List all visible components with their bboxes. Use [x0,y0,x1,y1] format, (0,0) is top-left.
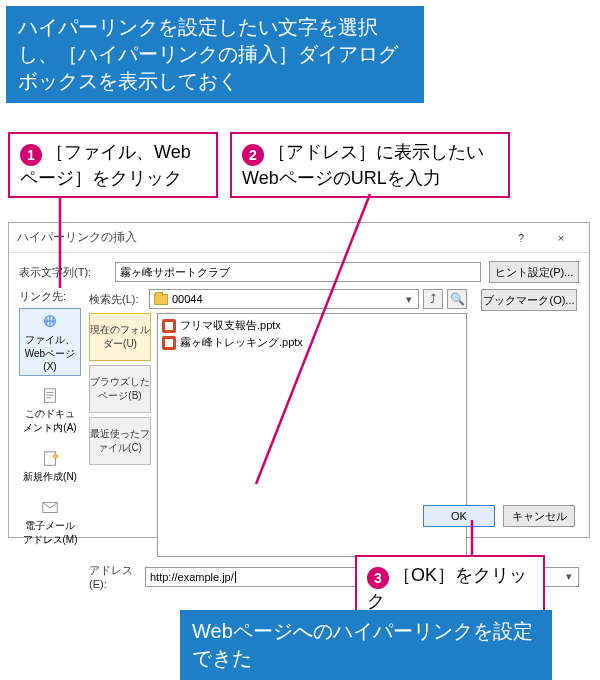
email-icon [39,499,61,517]
caret [235,571,236,583]
up-icon: ⤴ [430,292,436,306]
link-to-label: リンク先: [19,289,83,304]
linkto-file-web[interactable]: ファイル、Webページ(X) [19,308,81,376]
callout-3-text: ［OK］をクリック [367,565,527,611]
hint-setting-button[interactable]: ヒント設定(P)... [489,261,579,283]
bookmark-button[interactable]: ブックマーク(O)... [481,289,577,311]
search-icon: 🔍 [450,292,465,306]
up-folder-button[interactable]: ⤴ [423,289,443,309]
ok-label: OK [451,510,467,522]
folder-icon [154,294,168,305]
list-item[interactable]: フリマ収支報告.pptx [162,318,462,333]
address-label: アドレス(E): [89,563,145,590]
tab-current-folder[interactable]: 現在のフォルダー(U) [89,313,151,361]
address-value: http://example.jp/ [150,571,234,583]
hyperlink-dialog: ハイパーリンクの挿入 ? × 表示文字列(T): ヒント設定(P)... リンク… [8,222,590,538]
tab-current-folder-label: 現在のフォルダー(U) [90,323,150,351]
bookmark-label: ブックマーク(O)... [483,293,574,308]
search-combo[interactable]: 00044 ▾ [149,289,419,309]
callout-1-text: ［ファイル、Webページ］をクリック [20,142,191,188]
chevron-down-icon: ▾ [562,570,576,584]
tab-recent-files-label: 最近使ったファイル(C) [90,427,150,455]
tab-browsed-pages[interactable]: ブラウズしたページ(B) [89,365,151,413]
help-icon: ? [518,232,524,244]
linkto-new-doc-label: 新規作成(N) [23,471,77,482]
dialog-title: ハイパーリンクの挿入 [17,229,501,246]
new-doc-icon [39,450,61,468]
linkto-new-doc[interactable]: 新規作成(N) [19,445,81,488]
intro-callout: ハイパーリンクを設定したい文字を選択し、［ハイパーリンクの挿入］ダイアログボック… [6,6,424,103]
badge-3: 3 [367,567,389,589]
search-value: 00044 [172,293,203,305]
cancel-button[interactable]: キャンセル [503,505,575,527]
search-label: 検索先(L): [89,292,145,307]
tab-browsed-pages-label: ブラウズしたページ(B) [90,375,150,403]
linkto-file-web-label: ファイル、Webページ(X) [25,334,75,372]
callout-2: 2［アドレス］に表示したいWebページのURLを入力 [230,132,510,198]
linkto-this-doc-label: このドキュメント内(A) [23,408,76,433]
svg-rect-2 [45,452,56,466]
badge-2: 2 [242,144,264,166]
display-text-row: 表示文字列(T): ヒント設定(P)... [19,261,579,283]
browse-web-button[interactable]: 🔍 [447,289,467,309]
tab-recent-files[interactable]: 最近使ったファイル(C) [89,417,151,465]
dialog-buttons: OK キャンセル [423,505,575,527]
browse-column: フリマ収支報告.pptx 霧ヶ峰トレッキング.pptx [157,313,467,557]
file-list[interactable]: フリマ収支報告.pptx 霧ヶ峰トレッキング.pptx [157,313,467,557]
linkto-this-doc[interactable]: このドキュメント内(A) [19,382,81,439]
titlebar: ハイパーリンクの挿入 ? × [9,223,589,253]
close-icon: × [558,232,564,244]
help-button[interactable]: ? [501,225,541,251]
dialog-body: 表示文字列(T): ヒント設定(P)... リンク先: ファイル、Webページ(… [9,253,589,596]
display-text-label: 表示文字列(T): [19,265,115,280]
pptx-icon [162,319,176,333]
callout-1: 1［ファイル、Webページ］をクリック [8,132,218,198]
pptx-icon [162,336,176,350]
intro-text: ハイパーリンクを設定したい文字を選択し、［ハイパーリンクの挿入］ダイアログボック… [18,16,398,92]
tabs-column: 現在のフォルダー(U) ブラウズしたページ(B) 最近使ったファイル(C) [89,313,151,557]
list-item[interactable]: 霧ヶ峰トレッキング.pptx [162,335,462,350]
search-row: 検索先(L): 00044 ▾ ⤴ 🔍 [89,289,467,309]
cancel-label: キャンセル [512,509,567,524]
result-text: Webページへのハイパーリンクを設定できた [192,620,533,669]
ok-button[interactable]: OK [423,505,495,527]
link-to-column: リンク先: ファイル、Webページ(X) このドキュメント内(A) 新規作成(N… [19,289,83,557]
linkto-email-label: 電子メール アドレス(M) [23,520,78,545]
file-name: 霧ヶ峰トレッキング.pptx [180,335,303,350]
callout-2-text: ［アドレス］に表示したいWebページのURLを入力 [242,142,484,188]
file-name: フリマ収支報告.pptx [180,318,281,333]
badge-1: 1 [20,144,42,166]
hint-setting-label: ヒント設定(P)... [495,265,574,280]
globe-file-icon [39,313,61,331]
chevron-down-icon: ▾ [402,292,416,306]
result-callout: Webページへのハイパーリンクを設定できた [180,610,552,680]
document-icon [39,387,61,405]
linkto-email[interactable]: 電子メール アドレス(M) [19,494,81,551]
close-button[interactable]: × [541,225,581,251]
display-text-input[interactable] [115,262,481,282]
